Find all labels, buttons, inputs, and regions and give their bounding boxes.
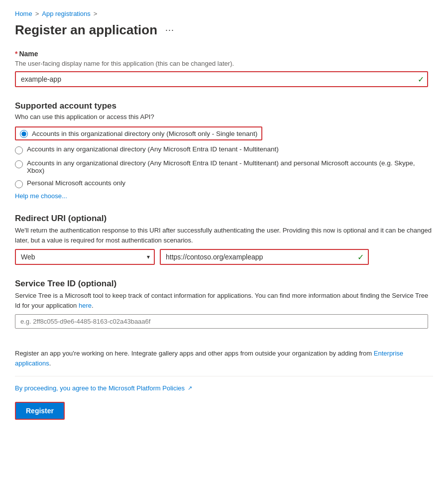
service-tree-description: Service Tree is a Microsoft tool to keep… xyxy=(15,291,433,310)
service-tree-input[interactable] xyxy=(15,314,428,329)
radio-label-3: Accounts in any organizational directory… xyxy=(27,159,433,174)
divider xyxy=(15,376,433,376)
radio-input-1[interactable] xyxy=(20,130,28,138)
redirect-uri-row: Web SPA Public client/native (mobile & d… xyxy=(15,249,433,265)
radio-label-4: Personal Microsoft accounts only xyxy=(27,179,125,187)
radio-option-1[interactable]: Accounts in this organizational director… xyxy=(15,126,433,140)
radio-input-4[interactable] xyxy=(15,180,23,188)
name-description: The user-facing display name for this ap… xyxy=(15,60,433,67)
name-label: *Name xyxy=(15,50,433,58)
account-types-subtitle: Who can use this application or access t… xyxy=(15,113,433,120)
service-tree-title: Service Tree ID (optional) xyxy=(15,279,433,289)
breadcrumb-app-registrations[interactable]: App registrations xyxy=(42,10,91,17)
redirect-uri-section: Redirect URI (optional) We'll return the… xyxy=(15,214,433,265)
redirect-type-select[interactable]: Web SPA Public client/native (mobile & d… xyxy=(16,250,154,264)
radio-option-2[interactable]: Accounts in any organizational directory… xyxy=(15,145,433,154)
uri-check-icon: ✓ xyxy=(357,252,364,262)
policy-row: By proceeding, you agree to the Microsof… xyxy=(15,384,433,392)
help-me-choose-link[interactable]: Help me choose... xyxy=(15,192,67,200)
redirect-uri-description: We'll return the authentication response… xyxy=(15,226,433,245)
service-tree-here-link[interactable]: here xyxy=(79,302,92,309)
breadcrumb-separator-1: > xyxy=(35,10,39,17)
breadcrumb-home[interactable]: Home xyxy=(15,10,32,17)
account-types-section: Supported account types Who can use this… xyxy=(15,101,433,200)
breadcrumb-separator-2: > xyxy=(94,10,98,17)
ellipsis-button[interactable]: ··· xyxy=(162,24,177,36)
name-section: *Name The user-facing display name for t… xyxy=(15,50,433,87)
policy-link[interactable]: By proceeding, you agree to the Microsof… xyxy=(15,384,185,392)
breadcrumb: Home > App registrations > xyxy=(15,10,433,17)
radio-input-3[interactable] xyxy=(15,160,23,168)
page-title-row: Register an application ··· xyxy=(15,22,433,38)
register-button[interactable]: Register xyxy=(15,402,65,420)
required-star: * xyxy=(15,50,17,58)
radio-option-3[interactable]: Accounts in any organizational directory… xyxy=(15,159,433,174)
redirect-uri-title: Redirect URI (optional) xyxy=(15,214,433,224)
redirect-uri-input[interactable] xyxy=(161,250,368,264)
radio-label-1: Accounts in this organizational director… xyxy=(32,130,257,137)
redirect-uri-input-wrapper: ✓ xyxy=(160,249,369,265)
redirect-type-select-wrapper: Web SPA Public client/native (mobile & d… xyxy=(15,249,155,265)
account-types-title: Supported account types xyxy=(15,101,433,111)
name-check-icon: ✓ xyxy=(418,75,424,84)
radio-label-2: Accounts in any organizational directory… xyxy=(27,145,279,153)
name-input-wrapper: ✓ xyxy=(15,71,428,87)
service-tree-section: Service Tree ID (optional) Service Tree … xyxy=(15,279,433,335)
radio-input-2[interactable] xyxy=(15,146,23,154)
name-input[interactable] xyxy=(15,71,428,87)
external-link-icon: ↗ xyxy=(188,385,192,391)
bottom-note: Register an app you're working on here. … xyxy=(15,349,433,368)
account-types-radio-group: Accounts in this organizational director… xyxy=(15,126,433,188)
radio-option-4[interactable]: Personal Microsoft accounts only xyxy=(15,179,433,188)
page-title: Register an application xyxy=(15,22,157,38)
